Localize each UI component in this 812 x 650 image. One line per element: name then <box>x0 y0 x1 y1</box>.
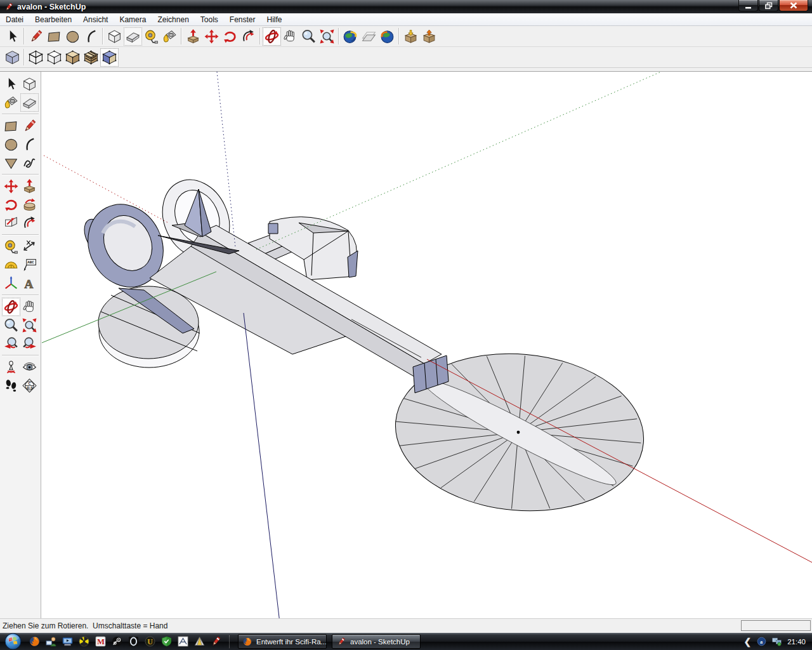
tool-zoom-extents-button[interactable] <box>318 27 336 46</box>
start-button[interactable] <box>4 633 22 650</box>
palette-row <box>0 117 41 135</box>
quicklaunch-cad-app[interactable] <box>177 635 189 647</box>
drawing-viewport[interactable] <box>41 72 812 618</box>
palette-eraser-button[interactable] <box>20 93 39 112</box>
palette-3d-text-button[interactable]: A <box>20 274 39 293</box>
tool-arc-button[interactable] <box>82 27 100 46</box>
quicklaunch-media-player[interactable] <box>62 635 74 647</box>
quicklaunch-unreal[interactable]: U <box>144 635 156 647</box>
palette-line-button[interactable] <box>20 117 39 135</box>
viewport-canvas[interactable] <box>41 72 812 618</box>
palette-protractor-button[interactable] <box>2 256 20 274</box>
palette-zoom-next-button[interactable] <box>20 335 39 353</box>
tool-eraser-button[interactable] <box>124 27 142 46</box>
palette-zoom-previous-button[interactable] <box>2 335 20 353</box>
palette-select-button[interactable] <box>2 75 20 93</box>
tool-ge-get-view-button[interactable] <box>341 27 360 46</box>
quicklaunch-firefox[interactable] <box>29 635 41 647</box>
tray-expand-icon[interactable]: ❮ <box>743 637 751 646</box>
tool-get-models-button[interactable] <box>402 27 420 46</box>
palette-position-camera-button[interactable] <box>2 358 20 376</box>
tool-monochrome-button[interactable] <box>100 48 119 67</box>
palette-rotate-button[interactable] <box>2 196 20 214</box>
palette-scale-button[interactable] <box>2 214 20 232</box>
palette-freehand-button[interactable] <box>20 154 39 172</box>
palette-rectangle-button[interactable] <box>2 117 20 135</box>
taskbar-task-firefox[interactable]: Entwerft ihr Scifi-Ra... <box>238 634 327 649</box>
palette-arc-button[interactable] <box>20 135 39 154</box>
restore-button[interactable] <box>759 0 778 11</box>
tray-network[interactable] <box>771 636 782 647</box>
tool-zoom-button[interactable] <box>299 27 318 46</box>
palette-pan-button[interactable] <box>20 298 39 316</box>
tool-select-button[interactable] <box>3 27 22 46</box>
palette-tape-measure-button[interactable] <box>2 237 20 256</box>
menu-zeichnen[interactable]: Zeichnen <box>152 15 194 25</box>
quicklaunch-security-shield[interactable] <box>160 635 173 647</box>
menu-datei[interactable]: Datei <box>0 15 29 25</box>
quicklaunch-computer-user[interactable] <box>45 635 57 647</box>
network-icon <box>771 636 782 647</box>
measurements-box[interactable] <box>741 620 811 631</box>
menu-ansicht[interactable]: Ansicht <box>77 15 114 25</box>
unreal-icon: U <box>144 635 156 647</box>
palette-walk-button[interactable] <box>2 376 20 395</box>
palette-zoom-extents-button[interactable] <box>20 316 39 335</box>
quicklaunch-codec-pack[interactable] <box>78 635 90 647</box>
palette-make-component-button[interactable] <box>20 75 39 93</box>
tool-wireframe-button[interactable] <box>27 48 45 67</box>
tool-paint-bucket-button[interactable] <box>160 27 179 46</box>
tool-orbit-button[interactable] <box>263 27 281 46</box>
tool-rotate-button[interactable] <box>221 27 239 46</box>
tool-shaded-textures-button[interactable] <box>82 48 100 67</box>
palette-pushpull-button[interactable] <box>20 177 39 196</box>
palette-polygon-button[interactable] <box>2 154 20 172</box>
tool-pushpull-button[interactable] <box>184 27 202 46</box>
palette-axes-button[interactable] <box>2 274 20 293</box>
tool-ge-place-model-button[interactable] <box>378 27 396 46</box>
palette-text-button[interactable]: ABC <box>20 256 39 274</box>
taskbar-task-sketchup[interactable]: avalon - SketchUp <box>332 634 421 649</box>
menu-kamera[interactable]: Kamera <box>114 15 152 25</box>
palette-paint-bucket-button[interactable] <box>2 93 20 112</box>
menu-fenster[interactable]: Fenster <box>224 15 261 25</box>
get-models-icon <box>403 29 419 44</box>
quicklaunch-sketchup[interactable] <box>210 635 222 647</box>
close-button[interactable] <box>779 0 808 11</box>
palette-orbit-button[interactable] <box>2 298 20 316</box>
quicklaunch-miranda-im[interactable]: M <box>95 635 107 647</box>
quicklaunch-opera[interactable] <box>128 635 140 647</box>
tool-pan-button[interactable] <box>281 27 299 46</box>
tool-share-models-button[interactable] <box>420 27 438 46</box>
minimize-button[interactable] <box>738 0 758 11</box>
palette-circle-button[interactable] <box>2 135 20 154</box>
tool-circle-button[interactable] <box>63 27 82 46</box>
tool-toggle-terrain-button[interactable] <box>360 27 378 46</box>
tool-make-component-button[interactable] <box>105 27 124 46</box>
tool-hidden-line-button[interactable] <box>45 48 63 67</box>
tool-line-button[interactable] <box>27 27 45 46</box>
menu-bearbeiten[interactable]: Bearbeiten <box>29 15 77 25</box>
palette-section-plane-button[interactable]: CR-S <box>20 376 39 395</box>
tool-move-button[interactable] <box>202 27 221 46</box>
palette-offset-button[interactable] <box>20 214 39 232</box>
palette-dimension-button[interactable] <box>20 237 39 256</box>
title-bar[interactable]: avalon - SketchUp <box>0 0 812 13</box>
palette-move-button[interactable] <box>2 177 20 196</box>
quicklaunch-pyramid-app[interactable] <box>193 635 206 647</box>
tray-avira[interactable]: a <box>756 636 767 647</box>
palette-follow-me-button[interactable] <box>20 196 39 214</box>
paint-bucket-icon <box>3 95 19 110</box>
palette-zoom-button[interactable] <box>2 316 20 335</box>
taskbar-clock[interactable]: 21:40 <box>787 638 806 646</box>
tool-offset-button[interactable] <box>239 27 258 46</box>
menu-hilfe[interactable]: Hilfe <box>261 15 288 25</box>
tool-xray-button[interactable] <box>3 48 22 67</box>
tool-rectangle-button[interactable] <box>45 27 63 46</box>
tool-shaded-button[interactable] <box>63 48 82 67</box>
paint-bucket-icon <box>162 29 178 44</box>
palette-look-around-button[interactable] <box>20 358 39 376</box>
quicklaunch-steam[interactable] <box>111 635 123 647</box>
tool-tape-measure-button[interactable] <box>142 27 160 46</box>
menu-tools[interactable]: Tools <box>195 15 224 25</box>
